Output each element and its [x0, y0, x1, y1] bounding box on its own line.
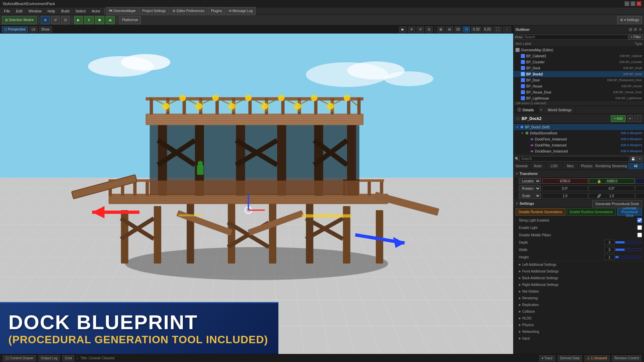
platforms-btn[interactable]: Platforms▾: [119, 16, 141, 24]
outliner-expand-btn[interactable]: ▾▾: [515, 35, 518, 39]
prop-tab-rendering[interactable]: Rendering: [595, 163, 611, 170]
vp-rotate-btn[interactable]: ↺: [417, 26, 424, 33]
input-row[interactable]: ▶ Input: [514, 335, 644, 342]
viewport-area[interactable]: ⬡ Perspective Lit Show ▶ ✛ ↺ ⊡ ⊞ ⊟ 10 10…: [0, 25, 513, 354]
outliner-item-3[interactable]: BP_Dock Edit BP_Dock: [514, 65, 644, 71]
outliner-item-5[interactable]: BP_Door Edit BP_Restaurant_Door: [514, 77, 644, 83]
depth-slider[interactable]: [615, 241, 642, 244]
prop-save-btn[interactable]: 💾: [630, 156, 636, 162]
lit-btn[interactable]: Lit: [29, 26, 38, 33]
item-type-1[interactable]: Edit BP_Cabinet: [620, 54, 642, 58]
pause-button[interactable]: ⏸: [84, 16, 94, 24]
outliner-search-input[interactable]: [523, 35, 628, 40]
generate-procedural-dock-btn[interactable]: Generate Procedural Dock: [617, 208, 642, 216]
project-settings-btn[interactable]: Project Settings: [139, 7, 169, 15]
outliner-close-btn[interactable]: ✕: [639, 27, 642, 32]
details-tab-close-btn[interactable]: ✕: [538, 108, 544, 112]
details-more-btn[interactable]: ⋮: [635, 115, 641, 122]
scale-dropdown[interactable]: Scale: [519, 193, 541, 199]
disable-runtime-btn[interactable]: Disable Runtime Generations: [516, 208, 566, 216]
scale-y-input[interactable]: [589, 193, 635, 198]
scale-z-input[interactable]: [635, 193, 644, 198]
viewport-canvas[interactable]: DOCK BLUEPRINT (PROCEDURAL GENERATION TO…: [0, 34, 513, 354]
trace-btn[interactable]: ▾ Trace: [539, 355, 555, 361]
vp-menu-btn[interactable]: ⋮: [503, 26, 511, 33]
window-controls[interactable]: ─ □ ✕: [625, 1, 641, 6]
item-type-4[interactable]: Edit BP_Dock: [623, 72, 642, 76]
item-type-3[interactable]: Edit BP_Dock: [623, 66, 642, 70]
left-additional-row[interactable]: ▶ Left Additional Settings: [514, 261, 644, 268]
comp-item-1[interactable]: ▼ DefaultSceneRoot Edit in Blueprint: [514, 130, 644, 136]
cmd-btn[interactable]: Cmd: [62, 355, 74, 361]
rotation-y-input[interactable]: [589, 186, 635, 191]
outliner-item-0[interactable]: OverviewMap (Editor): [514, 47, 644, 53]
outliner-add-filter-btn[interactable]: + Filter: [629, 35, 643, 40]
vp-grid-btn[interactable]: ⊟: [446, 26, 453, 33]
move-tool[interactable]: ⊕: [41, 16, 50, 24]
outliner-item-7[interactable]: BP_House_Door Edit BP_House_Door: [514, 89, 644, 95]
comp-item-4[interactable]: ▸ DockBeam_Instanced Edit in Blueprint: [514, 148, 644, 154]
outliner-item-1[interactable]: BP_Cabinet3 Edit BP_Cabinet: [514, 53, 644, 59]
message-log-btn[interactable]: ✉ Message Log: [226, 7, 256, 15]
width-input[interactable]: [604, 247, 614, 252]
item-type-2[interactable]: Edit BP_Counter: [620, 60, 642, 64]
tab-world-settings[interactable]: World Settings: [544, 106, 576, 114]
rotation-z-input[interactable]: [635, 186, 644, 191]
output-log-btn[interactable]: Output Log: [39, 355, 60, 361]
close-button[interactable]: ✕: [637, 1, 641, 6]
location-lock-btn[interactable]: 🔒: [597, 179, 601, 183]
physics-row[interactable]: ▶ Physics: [514, 321, 644, 328]
prop-view-btn[interactable]: 👁: [637, 156, 643, 162]
menu-edit[interactable]: Edit: [13, 8, 25, 14]
string-light-checkbox[interactable]: [637, 218, 642, 223]
item-type-8[interactable]: Edit BP_Lighthouse: [615, 97, 642, 100]
menu-window[interactable]: Window: [26, 8, 44, 14]
vp-mode-btn[interactable]: ⊞: [437, 26, 444, 33]
outliner-item-4[interactable]: BP_Dock2 Edit BP_Dock: [514, 71, 644, 77]
item-type-7[interactable]: Edit BP_House_Door: [613, 90, 642, 94]
location-dropdown[interactable]: Location: [519, 178, 541, 184]
height-input[interactable]: [604, 254, 614, 260]
content-drawer-btn[interactable]: ⬛ Content Drawer: [3, 355, 36, 361]
outliner-item-2[interactable]: BP_Counter Edit BP_Counter: [514, 59, 644, 65]
comp-edit-2[interactable]: Edit in Blueprint: [621, 137, 642, 141]
width-slider[interactable]: [615, 248, 642, 251]
replication-row[interactable]: ▶ Replication: [514, 301, 644, 308]
menu-help[interactable]: Help: [45, 8, 58, 14]
outliner-item-6[interactable]: BP_House Edit BP_House: [514, 83, 644, 89]
eject-button[interactable]: ⏏: [106, 16, 115, 24]
prop-tab-actor[interactable]: Actor: [530, 163, 546, 170]
disable-pillars-checkbox[interactable]: [637, 233, 642, 237]
editor-preferences-btn[interactable]: ⚙ Editor Preferences: [169, 7, 207, 15]
minimize-button[interactable]: ─: [625, 1, 629, 6]
comp-item-3[interactable]: ▸ DockPillar_Instanced Edit in Blueprint: [514, 142, 644, 148]
derived-data-btn[interactable]: Derived Data: [558, 355, 582, 361]
depth-input[interactable]: [604, 240, 614, 245]
comp-edit-3[interactable]: Edit in Blueprint: [621, 143, 642, 147]
menu-actor[interactable]: Actor: [89, 8, 103, 14]
hlod-row[interactable]: ▶ HLOD: [514, 315, 644, 321]
comp-item-0[interactable]: ▼ BP_Dock2 (Self): [514, 124, 644, 130]
menu-select[interactable]: Select: [73, 8, 89, 14]
outliner-collapse-btn[interactable]: ▸▸: [519, 35, 522, 39]
menu-file[interactable]: File: [1, 8, 13, 14]
location-z-input[interactable]: [635, 178, 644, 184]
perspective-btn[interactable]: ⬡ Perspective: [2, 26, 28, 33]
vp-select-btn[interactable]: ▶: [399, 26, 407, 33]
scale-tool[interactable]: ⊡: [61, 16, 70, 24]
enable-runtime-btn[interactable]: Enable Runtime Generations: [567, 208, 616, 216]
vp-resolution-btn[interactable]: 10: [454, 26, 462, 33]
outliner-filter-btn[interactable]: ⊞: [629, 27, 632, 32]
location-y-input[interactable]: [589, 178, 635, 184]
back-additional-row[interactable]: ▶ Back Additional Settings: [514, 275, 644, 281]
rotation-x-input[interactable]: [542, 186, 588, 191]
prop-tab-all[interactable]: All: [628, 163, 644, 170]
stop-button[interactable]: ⏹: [95, 16, 104, 24]
location-x-input[interactable]: [542, 178, 588, 184]
outliner-settings-btn[interactable]: ⚙: [634, 27, 637, 32]
prop-tab-lod[interactable]: LOD: [546, 163, 562, 170]
networking-row[interactable]: ▶ Networking: [514, 328, 644, 335]
height-slider[interactable]: [615, 256, 642, 258]
vp-scale-display[interactable]: 0.33: [471, 26, 481, 33]
play-button[interactable]: ▶: [74, 16, 83, 24]
